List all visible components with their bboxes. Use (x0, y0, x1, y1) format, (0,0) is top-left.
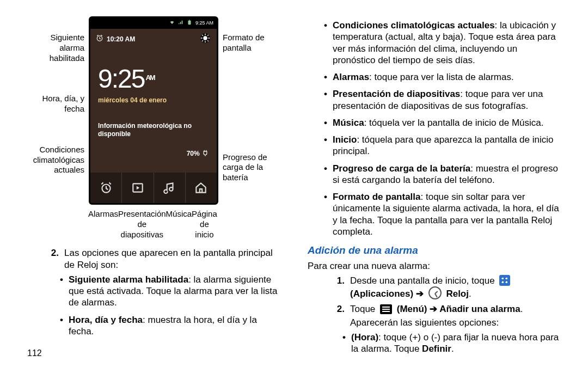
s1-clock-label: Reloj (446, 289, 469, 299)
section-heading: Adición de una alarma (308, 244, 561, 257)
opt-slideshow-head: Presentación de diapositivas (333, 89, 460, 99)
battery-icon (187, 20, 192, 27)
callout-battery: Progreso de carga de la batería (223, 152, 277, 183)
opt-music-tail: : tóquela ver la pantalla de inicio de M… (364, 118, 544, 128)
date-text: miércoles 04 de enero (98, 96, 209, 105)
options-list-right: Condiciones climatológicas actuales: la … (324, 20, 561, 237)
caption-home: Página de inicio (192, 209, 217, 240)
dock (90, 173, 217, 203)
opt-next-alarm-head: Siguiente alarma habilitada (69, 274, 188, 285)
s1-arrow: ➔ (416, 289, 426, 299)
step-2-text: Las opciones que aparecen en la pantalla… (64, 247, 280, 271)
clock-display: 9:25AM miércoles 04 de enero (90, 63, 217, 105)
next-alarm-time: 10:20 AM (107, 35, 135, 44)
opt-time-date-head: Hora, día y fecha (69, 315, 143, 325)
subopt-hora-definir: Definir (422, 344, 451, 354)
svg-point-4 (203, 36, 207, 40)
caption-slideshow: Presentación de diapositivas (118, 209, 166, 240)
signal-icon (178, 20, 183, 27)
create-step-2: 2. Toque (Menú) ➔ Añadir una alarma. Apa… (335, 303, 561, 329)
step-2-number: 2. (49, 247, 59, 271)
battery-progress: 70% (90, 149, 217, 158)
clock-icon (428, 286, 442, 299)
subopt-hora: (Hora): toque (+) o (-) para fijar la nu… (342, 332, 561, 355)
wifi-icon (169, 20, 175, 27)
ampm: AM (145, 74, 154, 82)
caption-alarms: Alarmas (88, 209, 118, 240)
plug-icon (201, 150, 209, 157)
opt-alarms-head: Alarmas (333, 72, 369, 82)
s2-followup: Aparecerán las siguientes opciones: (350, 317, 561, 328)
create-step-2-body: Toque (Menú) ➔ Añadir una alarma. Aparec… (350, 303, 561, 329)
opt-home-tail: : tóquela para que aparezca la pantalla … (333, 134, 553, 156)
create-step-1-number: 1. (335, 275, 345, 300)
big-time: 9:25 (98, 64, 144, 93)
opt-alarms: Alarmas: toque para ver la lista de alar… (324, 71, 561, 83)
status-time: 9:25 AM (195, 20, 213, 26)
s1-apps-label: (Aplicaciones) (350, 289, 413, 299)
options-list-left: Siguiente alarma habilitada: la alarma s… (60, 274, 280, 337)
subopt-hora-end: . (451, 344, 454, 354)
create-step-1: 1. Desde una pantalla de inicio, toque (… (335, 275, 561, 300)
s2-text-a: Toque (350, 304, 378, 314)
opt-home: Inicio: tóquela para que aparezca la pan… (324, 134, 561, 157)
caption-music: Música (166, 209, 192, 240)
phone-mock: 9:25 AM 10:20 AM 9:25AM miércoles (89, 16, 218, 205)
dock-slideshow[interactable] (122, 173, 154, 203)
left-callouts: Siguiente alarma habilitada Hora, día, y… (27, 16, 84, 206)
opt-next-alarm: Siguiente alarma habilitada: la alarma s… (60, 274, 280, 309)
opt-format: Formato de pantalla: toque sin soltar pa… (324, 191, 561, 237)
subopt-hora-head: (Hora) (351, 332, 378, 342)
svg-rect-0 (188, 21, 191, 25)
opt-battery: Progreso de carga de la batería: muestra… (324, 163, 561, 186)
alarm-icon (96, 34, 103, 44)
opt-time-date: Hora, día y fecha: muestra la hora, el d… (60, 314, 280, 338)
s1-text-a: Desde una pantalla de inicio, toque (350, 275, 497, 286)
dock-home[interactable] (186, 173, 217, 203)
opt-format-head: Formato de pantalla (333, 192, 421, 202)
s2-period: . (520, 304, 523, 314)
opt-home-head: Inicio (333, 134, 357, 145)
next-alarm-row[interactable]: 10:20 AM (90, 29, 217, 50)
dock-alarms[interactable] (90, 173, 122, 203)
battery-percent: 70% (187, 150, 201, 157)
status-bar: 9:25 AM (90, 18, 217, 29)
dock-music[interactable] (154, 173, 186, 203)
sub-options: (Hora): toque (+) o (-) para fijar la nu… (342, 332, 561, 355)
page-number: 112 (27, 348, 280, 359)
s1-period: . (469, 289, 471, 299)
apps-icon (499, 275, 510, 286)
weather-area[interactable]: Información meteorológica no disponible (90, 114, 217, 146)
opt-music-head: Música (333, 118, 364, 128)
opt-battery-head: Progreso de carga de la batería (333, 163, 470, 174)
subopt-hora-tail: : toque (+) o (-) para fijar la nueva ho… (351, 332, 559, 354)
callout-next-alarm: Siguiente alarma habilitada (27, 33, 84, 63)
callout-time-date: Hora, día, y fecha (27, 94, 84, 114)
opt-alarms-tail: : toque para ver la lista de alarmas. (369, 72, 514, 82)
dock-captions: Alarmas Presentación de diapositivas Mús… (88, 209, 215, 240)
svg-rect-1 (189, 20, 190, 21)
callout-format: Formato de pantalla (223, 33, 277, 53)
s2-menu-label: (Menú) ➔ Añadir una alarma (397, 304, 520, 314)
step-2: 2. Las opciones que aparecen en la panta… (49, 247, 280, 271)
create-step-2-number: 2. (335, 303, 345, 329)
opt-weather-head: Condiciones climatológicas actuales (333, 20, 495, 30)
intro-text: Para crear una nueva alarma: (308, 260, 561, 272)
create-step-1-body: Desde una pantalla de inicio, toque (Apl… (350, 275, 561, 300)
menu-icon (380, 304, 392, 314)
opt-weather: Condiciones climatológicas actuales: la … (324, 20, 561, 66)
opt-music: Música: tóquela ver la pantalla de inici… (324, 117, 561, 128)
right-callouts: Formato de pantalla Progreso de carga de… (223, 16, 277, 183)
callout-weather: Condiciones climatológicas actuales (27, 145, 84, 175)
opt-slideshow: Presentación de diapositivas: toque para… (324, 88, 561, 112)
brightness-icon[interactable] (199, 32, 211, 46)
